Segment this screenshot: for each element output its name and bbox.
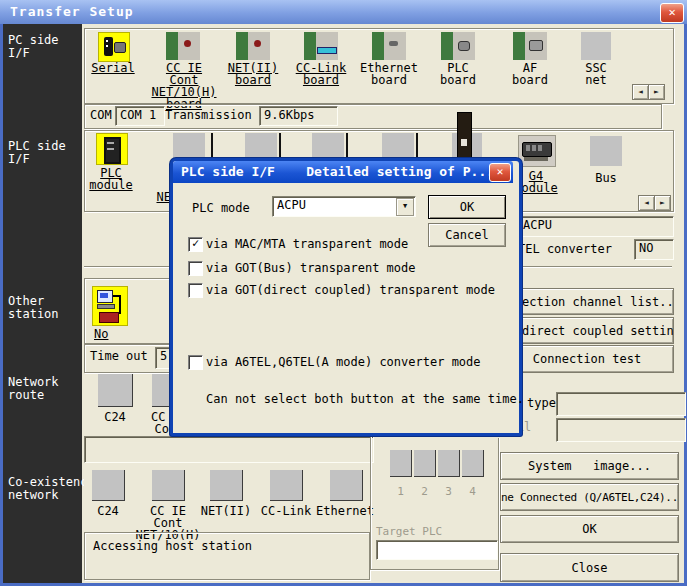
tel-converter-field: NO [634, 239, 674, 260]
dialog-ok-button[interactable]: OK [428, 195, 506, 219]
dialog-titlebar: PLC side I/F Detailed setting of P... [173, 161, 513, 183]
pc-icon-label-cc-link[interactable]: CC-Link board [285, 62, 357, 86]
pc-icon-label-af[interactable]: AF board [494, 62, 566, 86]
checkbox-got-bus[interactable] [188, 261, 203, 276]
af-board-icon[interactable] [513, 32, 547, 60]
cpu2-button[interactable] [414, 450, 436, 477]
system-image-button[interactable]: System image... [500, 452, 679, 480]
close-icon: ✕ [497, 165, 504, 178]
plc-direct-coupled-setting-button[interactable]: PLC direct coupled setting [500, 317, 674, 344]
status-box: Accessing host station [84, 532, 370, 580]
plc-detailed-setting-dialog: PLC side I/F Detailed setting of P... ✕ … [170, 158, 522, 436]
plc-slot-icon[interactable] [245, 133, 277, 161]
pc-icon-label-net-ii[interactable]: NET(II) board [217, 62, 289, 86]
plc-slot-divider [211, 133, 213, 161]
sidebar-item-plc-side: PLC side I/F [8, 140, 84, 164]
cpu4-button[interactable] [462, 450, 484, 477]
plc-board-icon[interactable] [441, 32, 475, 60]
pc-icon-label-serial[interactable]: Serial [83, 62, 143, 74]
detail-field [556, 418, 686, 442]
checkbox-got-direct-label[interactable]: via GOT(direct coupled) transparent mode [206, 284, 495, 296]
plc-slot-icon[interactable] [312, 133, 344, 161]
no-other-station-icon[interactable] [92, 286, 128, 326]
arrow-right-icon: ► [660, 197, 665, 209]
transfer-setup-window: Transfer Setup ✕ PC side I/F PLC side I/… [0, 0, 687, 586]
check-icon: ✓ [192, 236, 199, 250]
pc-icon-label-cc-ie[interactable]: CC IE Cont NET/10(H) board [148, 62, 220, 110]
window-title: Transfer Setup [10, 4, 134, 19]
checkbox-got-direct[interactable] [188, 283, 203, 298]
checkbox-mac-mta-label[interactable]: via MAC/MTA transparent mode [206, 238, 408, 250]
window-close-button[interactable]: ✕ [660, 3, 684, 23]
status-text: Accessing host station [93, 540, 252, 552]
cpu-type-field: ACPU [518, 216, 674, 237]
sidebar-item-network-route: Network route [8, 376, 84, 404]
cpu1-button[interactable] [390, 450, 412, 477]
connection-channel-list-button[interactable]: Connection channel list... [500, 288, 674, 315]
transmission-label: Transmission [165, 109, 252, 121]
connection-test-button[interactable]: Connection test [500, 345, 674, 373]
dialog-cancel-button[interactable]: Cancel [428, 223, 506, 247]
sidebar-item-other-station: Other station [8, 295, 84, 323]
checkbox-mac-mta[interactable]: ✓ [188, 237, 203, 252]
plc-scroll-right-button[interactable]: ► [654, 195, 671, 211]
sidebar-item-co-existence: Co-existence network [8, 476, 84, 504]
coexist-ethernet-icon[interactable] [330, 470, 363, 501]
plc-slot-divider [279, 133, 281, 161]
plc-scroll-left-button[interactable]: ◄ [638, 195, 655, 211]
net-ii-board-icon[interactable] [236, 32, 270, 60]
tel-converter-label: TEL converter [518, 243, 612, 255]
no-label[interactable]: No [94, 328, 108, 340]
sidebar-item-pc-side: PC side I/F [8, 34, 84, 58]
section-sidebar: PC side I/F PLC side I/F Other station N… [3, 24, 82, 583]
coexist-label-c24[interactable]: C24 [78, 505, 138, 517]
plc-icon-label-bus[interactable]: Bus [580, 172, 632, 184]
serial-icon[interactable] [98, 32, 130, 62]
plc-module-icon[interactable] [96, 133, 128, 165]
chevron-down-icon[interactable]: ▼ [396, 198, 414, 216]
dialog-note: Can not select both button at the same t… [206, 393, 524, 405]
target-plc-field [376, 540, 498, 560]
plc-slot-icon[interactable] [173, 133, 205, 161]
com-label: COM [90, 109, 112, 121]
type-field [556, 392, 686, 416]
cpu3-button[interactable] [438, 450, 460, 477]
coexist-cc-ie-icon[interactable] [152, 470, 185, 501]
dialog-title: PLC side I/F Detailed setting of P... [181, 164, 494, 179]
coexist-net-ii-icon[interactable] [210, 470, 243, 501]
main-close-button[interactable]: Close [500, 553, 679, 582]
bus-icon[interactable] [590, 136, 622, 166]
type-label: type [527, 397, 556, 409]
coexist-c24-icon[interactable] [92, 470, 125, 501]
ssc-net-icon[interactable] [581, 32, 611, 60]
pc-icon-label-ssc[interactable]: SSC net [562, 62, 630, 86]
cpu4-number: 4 [462, 486, 483, 498]
checkbox-a6tel[interactable] [188, 355, 203, 370]
checkbox-got-bus-label[interactable]: via GOT(Bus) transparent mode [206, 262, 416, 274]
arrow-right-icon: ► [654, 86, 659, 98]
pc-icon-label-plc[interactable]: PLC board [422, 62, 494, 86]
plc-slot-icon[interactable] [382, 133, 414, 161]
transmission-speed-field: 9.6Kbps [259, 106, 338, 126]
com-port-field: COM 1 [115, 106, 165, 126]
route-info-field [84, 436, 374, 463]
timeout-label: Time out [90, 350, 148, 362]
cc-link-board-icon[interactable] [304, 32, 338, 60]
plc-icon-label-module[interactable]: PLC module [81, 167, 141, 191]
plc-mode-combobox[interactable]: ACPU ▼ [272, 196, 416, 217]
dialog-close-button[interactable]: ✕ [489, 163, 511, 182]
cc-ie-cont-board-icon[interactable] [166, 32, 200, 60]
plc-mode-label: PLC mode [192, 202, 250, 214]
coexist-cc-link-icon[interactable] [270, 470, 303, 501]
pc-scroll-right-button[interactable]: ► [648, 84, 665, 100]
line-connected-button[interactable]: ine Connected (Q/A6TEL,C24)... [500, 483, 679, 511]
network-route-c24-icon[interactable] [98, 374, 133, 407]
checkbox-a6tel-label[interactable]: via A6TEL,Q6TEL(A mode) converter mode [206, 356, 481, 368]
pc-icon-label-ethernet[interactable]: Ethernet board [353, 62, 425, 86]
ethernet-board-icon[interactable] [372, 32, 406, 60]
pc-scroll-left-button[interactable]: ◄ [632, 84, 649, 100]
cpu1-number: 1 [390, 486, 411, 498]
g4-module-icon[interactable] [518, 135, 556, 167]
main-ok-button[interactable]: OK [500, 515, 679, 543]
cpu3-number: 3 [438, 486, 459, 498]
